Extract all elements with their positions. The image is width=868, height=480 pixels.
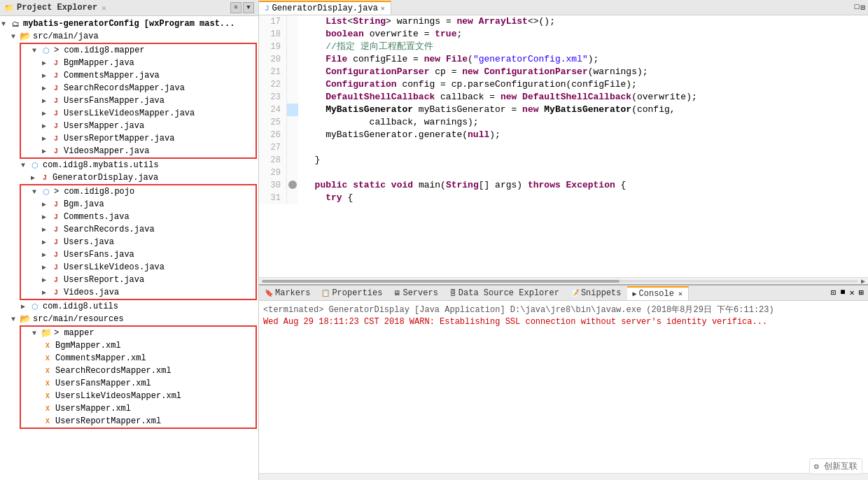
arrow[interactable]: ▶ [42, 250, 50, 259]
code-line-29: 29 [259, 167, 868, 179]
code-line-20: 20 File configFile = new File("generator… [259, 53, 868, 66]
tree-mybatis-utils[interactable]: ▼ ⬡ com.idig8.mybatis.utils [10, 159, 258, 171]
arrow[interactable]: ▶ [42, 134, 50, 143]
root-arrow[interactable]: ▼ [1, 20, 10, 28]
tree-SearchRecords[interactable]: ▶ J SearchRecords.java [21, 223, 255, 236]
arrow[interactable]: ▶ [42, 200, 50, 209]
label: UsersFansMapper.xml [55, 379, 151, 388]
stop-console-btn[interactable]: ■ [839, 288, 846, 298]
tree-UsersMapper[interactable]: ▶ J UsersMapper.java [21, 120, 255, 132]
arrow[interactable]: ▶ [31, 174, 39, 182]
tree-SearchRecordsMapper[interactable]: ▶ J SearchRecordsMapper.java [21, 82, 255, 94]
tree-GeneratorDisplay[interactable]: ▶ J GeneratorDisplay.java [10, 171, 258, 184]
clear-console-btn[interactable]: ⊡ [830, 288, 837, 298]
arrow[interactable]: ▶ [42, 84, 50, 92]
tab-label: Markers [275, 288, 310, 298]
tree-Users[interactable]: ▶ J Users.java [21, 236, 255, 248]
root-label: mybatis-generatorConfig [wxProgram mast.… [23, 19, 234, 29]
arrow[interactable]: ▼ [21, 162, 29, 169]
arrow[interactable]: ▶ [42, 276, 50, 284]
code-content: MyBatisGenerator myBatisGenerator = new … [298, 104, 676, 116]
tree-UsersReportMapper-xml[interactable]: X UsersReportMapper.xml [21, 415, 255, 428]
tree-UsersFans[interactable]: ▶ J UsersFans.java [21, 248, 255, 261]
close-icon[interactable]: ✕ [102, 3, 106, 13]
tab-properties[interactable]: 📋 Properties [316, 287, 388, 299]
tree-Bgm[interactable]: ▶ J Bgm.java [21, 198, 255, 211]
view-menu-btn[interactable]: ▼ [243, 2, 254, 13]
close-console-btn[interactable]: ✕ [848, 288, 856, 298]
code-content [298, 141, 304, 154]
arrow[interactable]: ▶ [21, 302, 29, 311]
tree-UsersFansMapper[interactable]: ▶ J UsersFansMapper.java [21, 94, 255, 107]
code-content: try { [298, 192, 353, 204]
arrow[interactable]: ▼ [32, 188, 41, 196]
arrow[interactable]: ▶ [42, 122, 50, 130]
java-icon: J [50, 211, 62, 223]
tree-com-pojo[interactable]: ▼ ⬡ > com.idig8.pojo [21, 185, 255, 198]
tree-Videos[interactable]: ▶ J Videos.java [21, 286, 255, 299]
tree-BgmMapper[interactable]: ▶ J BgmMapper.java [21, 57, 255, 69]
tab-close-btn[interactable]: ✕ [381, 4, 385, 13]
code-line-23: 23 DefaultShellCallback callback = new D… [259, 91, 868, 104]
editor-tab-generatordisplay[interactable]: J GeneratorDisplay.java ✕ [259, 1, 391, 15]
arrow[interactable]: ▶ [42, 263, 50, 271]
arrow[interactable]: ▶ [42, 238, 50, 246]
tree-Comments[interactable]: ▶ J Comments.java [21, 211, 255, 223]
tree-src-main-resources[interactable]: ▼ 📂 src/main/resources [0, 313, 258, 325]
tab-markers[interactable]: 🔖 Markers [259, 287, 316, 299]
code-content: DefaultShellCallback callback = new Defa… [298, 91, 697, 104]
tab-label: Console [639, 289, 674, 299]
tab-snippets[interactable]: 📝 Snippets [565, 287, 627, 299]
tree-src-main-java[interactable]: ▼ 📂 src/main/java [0, 30, 258, 43]
project-explorer-header: 📁 Project Explorer ✕ ≡ ▼ [0, 0, 258, 16]
maximize-icon[interactable]: ⊡ [860, 3, 865, 12]
code-line-22: 22 Configuration config = cp.parseConfig… [259, 78, 868, 91]
tree-UsersLikeVideos[interactable]: ▶ J UsersLikeVideos.java [21, 261, 255, 274]
tree-UsersMapper-xml[interactable]: X UsersMapper.xml [21, 402, 255, 415]
tab-servers[interactable]: 🖥 Servers [388, 287, 443, 299]
arrow[interactable]: ▶ [42, 109, 50, 118]
minimize-icon[interactable]: □ [855, 3, 860, 12]
scroll-right-arrow[interactable]: ▶ [861, 277, 865, 285]
arrow[interactable]: ▼ [11, 33, 20, 41]
tree-UsersLikeVideosMapper[interactable]: ▶ J UsersLikeVideosMapper.java [21, 107, 255, 120]
line-number: 20 [259, 53, 287, 66]
arrow[interactable]: ▼ [32, 330, 41, 337]
tree-VideosMapper[interactable]: ▶ J VideosMapper.java [21, 145, 255, 157]
tree-UsersReport[interactable]: ▶ J UsersReport.java [21, 274, 255, 286]
tree-UsersFansMapper-xml[interactable]: X UsersFansMapper.xml [21, 377, 255, 390]
arrow[interactable]: ▶ [42, 71, 50, 80]
tree-com-mapper[interactable]: ▼ ⬡ > com.idig8.mapper [21, 44, 255, 57]
xml-icon: X [42, 353, 53, 364]
java-file-icon: J [265, 4, 270, 13]
editor-hscrollbar[interactable]: ▶ [259, 277, 868, 284]
terminated-line: <terminated> GeneratorDisplay [Java Appl… [263, 304, 864, 316]
arrow[interactable]: ▶ [42, 213, 50, 221]
tree-idig8-utils[interactable]: ▶ ⬡ com.idig8.utils [10, 300, 258, 313]
tree-SearchRecordsMapper-xml[interactable]: X SearchRecordsMapper.xml [21, 365, 255, 377]
tree-CommentsMapper[interactable]: ▶ J CommentsMapper.java [21, 69, 255, 82]
console-hscrollbar[interactable] [259, 473, 868, 480]
arrow[interactable]: ▶ [42, 97, 50, 105]
line-number: 30 [259, 179, 287, 192]
tab-datasource[interactable]: 🗄 Data Source Explorer [444, 287, 565, 299]
arrow[interactable]: ▼ [32, 47, 41, 55]
console-close-icon[interactable]: ✕ [678, 290, 682, 298]
tree-mapper-folder[interactable]: ▼ 📁 > mapper [21, 327, 255, 339]
code-line-19: 19 //指定 逆向工程配置文件 [259, 41, 868, 53]
watermark: ❂ 创新互联 [809, 458, 862, 474]
arrow[interactable]: ▶ [42, 59, 50, 67]
tab-console[interactable]: ▶ Console ✕ [627, 286, 689, 300]
maximize-console-btn[interactable]: ⊞ [858, 288, 865, 298]
tree-UsersLikeVideosMapper-xml[interactable]: X UsersLikeVideosMapper.xml [21, 390, 255, 402]
tree-UsersReportMapper[interactable]: ▶ J UsersReportMapper.java [21, 132, 255, 145]
arrow[interactable]: ▶ [42, 147, 50, 155]
tree-root[interactable]: ▼ 🗂 mybatis-generatorConfig [wxProgram m… [0, 17, 258, 30]
collapse-all-btn[interactable]: ≡ [230, 2, 241, 13]
tree-CommentsMapper-xml[interactable]: X CommentsMapper.xml [21, 352, 255, 365]
tree-BgmMapper-xml[interactable]: X BgmMapper.xml [21, 339, 255, 352]
arrow[interactable]: ▼ [11, 316, 20, 323]
arrow[interactable]: ▶ [42, 288, 50, 297]
arrow[interactable]: ▶ [42, 225, 50, 234]
code-content: callback, warnings); [298, 116, 479, 129]
